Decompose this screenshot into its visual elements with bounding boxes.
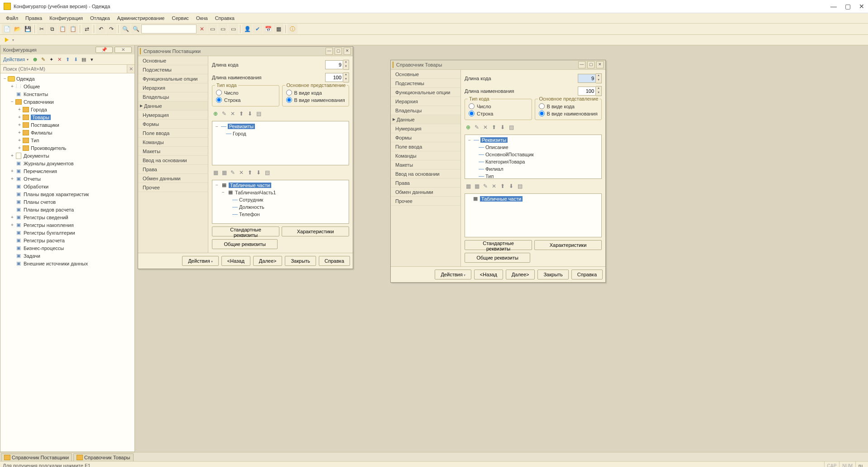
taskbar-tab[interactable]: Справочник Поставщики	[1, 453, 72, 461]
std-requisites-button[interactable]: Стандартные реквизиты	[212, 226, 279, 236]
side-tab[interactable]: Подсистемы	[138, 65, 208, 74]
props-icon[interactable]: ▤	[264, 169, 271, 176]
save-icon[interactable]: 💾	[23, 24, 33, 34]
config-search-input[interactable]	[0, 65, 127, 73]
tree-node[interactable]: ▣Бизнес-процессы	[0, 244, 134, 252]
panel-pin-icon[interactable]: 📌	[96, 47, 113, 53]
props-icon[interactable]: ▤	[255, 110, 262, 117]
tree-node[interactable]: ▣Планы видов расчета	[0, 206, 134, 213]
edit-icon[interactable]: ✎	[229, 169, 236, 176]
help-button[interactable]: Справка	[319, 256, 350, 266]
minimize-button[interactable]: —	[830, 3, 837, 10]
side-tab[interactable]: Нумерация	[138, 111, 208, 120]
tree-node[interactable]: +Производитель	[0, 144, 134, 152]
side-tab[interactable]: Формы	[138, 120, 208, 129]
menu-Конфигурация[interactable]: Конфигурация	[46, 14, 86, 22]
close-button[interactable]: Закрыть	[537, 270, 568, 279]
list-item[interactable]: —Описание	[465, 144, 601, 151]
move-down-icon[interactable]: ⬇	[72, 56, 79, 63]
spinner-buttons[interactable]: ▲▼	[343, 60, 349, 70]
side-tab[interactable]: Владельцы	[391, 106, 460, 115]
run-button[interactable]	[2, 35, 12, 45]
search-clear-icon[interactable]: ✕	[127, 65, 134, 73]
menu-Отладка[interactable]: Отладка	[87, 14, 113, 22]
taskbar-tab[interactable]: Справочник Товары	[73, 453, 133, 461]
help-button[interactable]: Справка	[571, 270, 603, 279]
close-button[interactable]: ✕	[859, 3, 864, 10]
tree-node[interactable]: ▣Планы счетов	[0, 198, 134, 206]
compare-icon[interactable]: ⇄	[82, 24, 92, 34]
move-up-icon[interactable]: ⬆	[64, 56, 71, 63]
tree-node[interactable]: +▣Регистры сведений	[0, 213, 134, 221]
new-icon[interactable]: 📄	[2, 24, 12, 34]
side-tab[interactable]: Команды	[138, 138, 208, 147]
tabparts-list[interactable]: ▦Табличные части	[465, 193, 602, 238]
find2-icon[interactable]: 🔍	[131, 24, 141, 34]
actions-button[interactable]: Действия	[182, 256, 218, 266]
next-button[interactable]: Далее>	[253, 256, 283, 266]
spinner-buttons[interactable]: ▲▼	[343, 72, 349, 82]
tree-node[interactable]: ▣Журналы документов	[0, 159, 134, 167]
win2-minimize-icon[interactable]: —	[578, 61, 585, 68]
find-icon[interactable]: 🔍	[120, 24, 130, 34]
menu-Окна[interactable]: Окна	[193, 14, 211, 22]
side-tab[interactable]: Владельцы	[138, 92, 208, 101]
next-button[interactable]: Далее>	[506, 270, 535, 279]
win2-maximize-icon[interactable]: ▢	[587, 61, 595, 68]
tree-node[interactable]: ▣Внешние источники данных	[0, 260, 134, 267]
list-item[interactable]: −▦Табличные части	[212, 182, 349, 189]
delete-icon[interactable]: ✕	[482, 124, 489, 131]
down-icon[interactable]: ⬇	[499, 124, 506, 131]
list-item[interactable]: —Телефон	[212, 211, 349, 218]
tree-root[interactable]: − Одежда	[0, 75, 134, 82]
side-tab[interactable]: Поле ввода	[138, 129, 208, 138]
side-tab[interactable]: Иерархия	[138, 83, 208, 92]
props-icon[interactable]: ▤	[508, 124, 515, 131]
side-tab[interactable]: Основные	[391, 70, 460, 79]
down-icon[interactable]: ⬇	[508, 183, 515, 190]
back-button[interactable]: <Назад	[474, 270, 503, 279]
side-tab[interactable]: Макеты	[138, 147, 208, 156]
calendar-icon[interactable]: 📅	[263, 24, 273, 34]
syntax-check-icon[interactable]: ✔	[253, 24, 263, 34]
side-tab[interactable]: Поле ввода	[391, 142, 460, 151]
side-tab[interactable]: Прочее	[138, 183, 208, 192]
win2-close-icon[interactable]: ✕	[596, 61, 604, 68]
side-tab[interactable]: Основные	[138, 56, 208, 65]
maximize-button[interactable]: ▢	[845, 3, 851, 10]
list-item[interactable]: —ОсновнойПоставщик	[465, 151, 601, 158]
paste-icon[interactable]: 📋	[58, 24, 67, 34]
tree-node[interactable]: ▣Регистры бухгалтерии	[0, 229, 134, 236]
add-icon[interactable]: ⊕	[31, 56, 38, 63]
tree-node[interactable]: +Тип	[0, 136, 134, 144]
tabparts-list[interactable]: −▦Табличные части −▦ТабличнаяЧасть1 —Сот…	[212, 180, 349, 224]
tree-node[interactable]: −Справочники	[0, 98, 134, 106]
addtab-icon[interactable]: ▦	[465, 183, 472, 190]
radio-string[interactable]	[216, 97, 222, 103]
close-button[interactable]: Закрыть	[285, 256, 316, 266]
delete-icon[interactable]: ✕	[238, 169, 245, 176]
side-tab[interactable]: Макеты	[391, 160, 460, 169]
side-tab[interactable]: Обмен данными	[391, 188, 460, 197]
addtab-icon[interactable]: ▦	[212, 169, 219, 176]
common-requisites-button[interactable]: Общие реквизиты	[465, 253, 530, 263]
list-item[interactable]: −—Реквизиты	[212, 123, 349, 130]
props-icon[interactable]: ▤	[516, 183, 523, 190]
requisites-list[interactable]: −—Реквизиты —Город	[212, 121, 349, 165]
menu-Администрирование[interactable]: Администрирование	[114, 14, 168, 22]
up-icon[interactable]: ⬆	[246, 169, 254, 176]
code-length-input[interactable]	[325, 60, 343, 69]
open-icon[interactable]: 📂	[12, 24, 22, 34]
win1-close-icon[interactable]: ✕	[344, 48, 351, 55]
edit-icon[interactable]: ✎	[39, 56, 47, 63]
name-length-input[interactable]	[578, 87, 596, 96]
tree-node[interactable]: ▣Обработки	[0, 183, 134, 190]
addcol-icon[interactable]: ▦	[221, 169, 228, 176]
tree-node[interactable]: ▣Регистры расчета	[0, 236, 134, 244]
tree-node[interactable]: ▣Константы	[0, 90, 134, 98]
code-length-input[interactable]	[578, 74, 596, 83]
list-item[interactable]: −▦ТабличнаяЧасть1	[212, 189, 349, 196]
up-icon[interactable]: ⬆	[499, 183, 506, 190]
side-tab[interactable]: Обмен данными	[138, 174, 208, 183]
side-tab[interactable]: ▶Данные	[391, 115, 460, 124]
